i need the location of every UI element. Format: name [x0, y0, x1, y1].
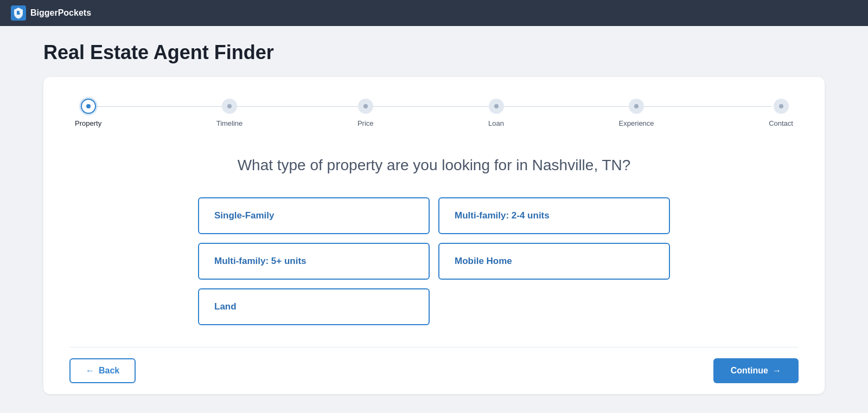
back-button[interactable]: ← Back — [69, 358, 136, 383]
logo-text: BiggerPockets — [30, 8, 91, 18]
step-label-timeline: Timeline — [216, 119, 243, 127]
step-dot-price — [358, 99, 373, 114]
question-text: What type of property are you looking fo… — [69, 154, 799, 176]
step-label-price: Price — [358, 119, 374, 127]
back-arrow-icon: ← — [86, 366, 94, 376]
step-label-loan: Loan — [488, 119, 504, 127]
step-dot-contact — [774, 99, 789, 114]
stepper: Property Timeline Price Loan Experience — [69, 99, 799, 127]
step-experience: Experience — [619, 99, 654, 127]
step-label-property: Property — [75, 119, 101, 127]
card-footer: ← Back Continue → — [69, 347, 799, 394]
option-land[interactable]: Land — [198, 288, 430, 325]
stepper-line — [97, 106, 771, 107]
options-grid: Single-Family Multi-family: 2-4 units Mu… — [198, 197, 670, 325]
biggerpockets-logo-icon — [11, 5, 26, 21]
step-label-experience: Experience — [619, 119, 654, 127]
page-title: Real Estate Agent Finder — [43, 41, 825, 64]
continue-button[interactable]: Continue → — [713, 358, 799, 383]
step-timeline: Timeline — [216, 99, 243, 127]
page-content: Real Estate Agent Finder Property Timeli… — [0, 26, 868, 394]
option-multi-2-4[interactable]: Multi-family: 2-4 units — [438, 197, 670, 234]
option-mobile-home[interactable]: Mobile Home — [438, 243, 670, 280]
back-label: Back — [99, 366, 119, 376]
step-price: Price — [358, 99, 374, 127]
step-property: Property — [75, 99, 101, 127]
option-single-family[interactable]: Single-Family — [198, 197, 430, 234]
step-label-contact: Contact — [769, 119, 793, 127]
option-multi-5-plus[interactable]: Multi-family: 5+ units — [198, 243, 430, 280]
step-dot-timeline — [222, 99, 237, 114]
step-dot-property — [81, 99, 96, 114]
continue-arrow-icon: → — [773, 366, 781, 376]
top-navigation: BiggerPockets — [0, 0, 868, 26]
step-dot-experience — [629, 99, 644, 114]
main-card: Property Timeline Price Loan Experience — [43, 77, 825, 394]
step-loan: Loan — [488, 99, 504, 127]
logo-area: BiggerPockets — [11, 5, 91, 21]
step-dot-loan — [489, 99, 504, 114]
continue-label: Continue — [731, 366, 768, 376]
step-contact: Contact — [769, 99, 793, 127]
